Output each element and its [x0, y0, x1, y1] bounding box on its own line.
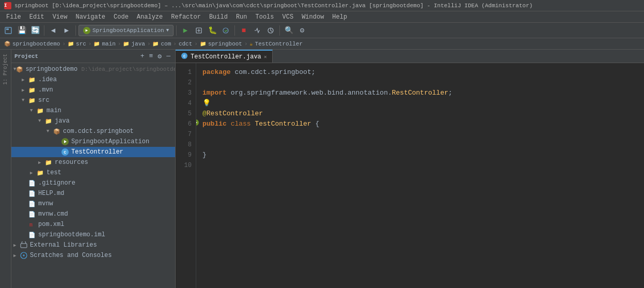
settings-btn[interactable]: ⚙ [296, 24, 308, 37]
project-stripe-label: 1: Project [3, 50, 8, 89]
menu-refactor[interactable]: Refactor [167, 11, 205, 22]
tree-item-springbootapp[interactable]: ▶ SpringbootApplication [11, 137, 175, 147]
tree-item-mvn[interactable]: ▶ 📁 .mvn [11, 85, 175, 95]
tree-label-springbootdemo: springbootdemo D:\idea_project\springboo… [25, 66, 175, 73]
menu-navigate[interactable]: Navigate [71, 11, 109, 22]
toolbar-back-btn[interactable]: ◀ [47, 24, 59, 37]
svg-text:C: C [183, 54, 185, 58]
menu-edit[interactable]: Edit [25, 11, 49, 22]
tab-bar: C TestController.java ✕ [176, 50, 644, 63]
toolbar-project-icon[interactable] [2, 24, 14, 37]
breadcrumb-cdct[interactable]: cdct [179, 41, 192, 47]
tree-item-package[interactable]: ▼ 📦 com.cdct.springboot [11, 126, 175, 137]
tree-item-external-libs[interactable]: ▶ External Libraries [11, 240, 175, 250]
search-btn[interactable]: 🔍 [282, 24, 295, 37]
tree-label-src: src [38, 97, 50, 104]
tree-label-main: main [46, 107, 61, 114]
breadcrumb-src[interactable]: src [76, 41, 86, 47]
breadcrumb-springboot[interactable]: springboot [208, 41, 242, 47]
tree-label-external-libs: External Libraries [30, 241, 97, 249]
tree-item-mvnw[interactable]: ▶ 📄 mvnw [11, 199, 175, 209]
tree-label-pom: pom.xml [38, 221, 64, 228]
tree-item-idea[interactable]: ▶ 📁 .idea [11, 74, 175, 85]
lightbulb-icon: 💡 [202, 98, 211, 109]
tree-arrow: ▼ [46, 129, 53, 134]
run-configuration[interactable]: ▶ SpringbootApplication ▼ [78, 25, 174, 36]
tree-item-mvnw-cmd[interactable]: ▶ 📄 mvnw.cmd [11, 209, 175, 219]
breadcrumb-testcontroller[interactable]: TestController [255, 41, 303, 47]
toolbar-sync-btn[interactable]: 🔄 [29, 24, 41, 37]
menu-help[interactable]: Help [328, 11, 351, 22]
tree-item-iml[interactable]: ▶ 📄 springbootdemo.iml [11, 230, 175, 240]
folder-icon-src: 📁 [28, 96, 36, 104]
tree-item-pom[interactable]: ▶ m pom.xml [11, 219, 175, 230]
code-content[interactable]: package com.cdct.springboot; import org.… [196, 63, 644, 288]
menu-build[interactable]: Build [205, 11, 232, 22]
tree-item-springbootdemo[interactable]: ▼ 📦 springbootdemo D:\idea_project\sprin… [11, 64, 175, 74]
toolbar-btn-6[interactable] [264, 24, 277, 37]
md-icon: 📄 [28, 189, 36, 198]
project-stripe[interactable]: 1: Project [0, 50, 11, 288]
tree-item-main[interactable]: ▼ 📁 main [11, 105, 175, 116]
menu-view[interactable]: View [49, 11, 72, 22]
tree-label-scratches: Scratches and Consoles [30, 252, 112, 259]
minimize-btn[interactable]: — [165, 52, 172, 61]
code-line-8 [202, 140, 638, 150]
tree-label-mvnw-cmd: mvnw.cmd [38, 210, 68, 218]
menu-code[interactable]: Code [109, 11, 133, 22]
main-layout: 1: Project Project + ≡ ⚙ — ▼ 📦 [0, 50, 644, 288]
menu-tools[interactable]: Tools [252, 11, 278, 22]
svg-text:C: C [64, 150, 67, 155]
expand-btn[interactable]: ≡ [148, 52, 155, 61]
code-line-7 [202, 129, 638, 140]
tree-item-test[interactable]: ▶ 📁 test [11, 168, 175, 178]
tree-item-testcontroller[interactable]: ▶ C TestController [11, 147, 175, 157]
run-btn[interactable]: ▶ [179, 24, 192, 37]
toolbar-sep-4 [234, 25, 235, 36]
maven-icon: m [28, 220, 36, 229]
menu-analyze[interactable]: Analyze [133, 11, 167, 22]
tree-item-java[interactable]: ▼ 📁 java [11, 116, 175, 126]
breadcrumb-java[interactable]: java [131, 41, 145, 47]
code-line-9: } [202, 150, 638, 160]
tree-item-gitignore[interactable]: ▶ 📄 .gitignore [11, 178, 175, 188]
run-gutter-icon[interactable] [196, 119, 199, 130]
cmd-icon: 📄 [28, 210, 36, 218]
java-file-icon: C [61, 148, 69, 156]
toolbar-forward-btn[interactable]: ▶ [60, 24, 73, 37]
tree-item-scratches[interactable]: ▶ Scratches and Consoles [11, 250, 175, 261]
breadcrumb-main[interactable]: main [102, 41, 115, 47]
tree-arrow: ▶ [38, 160, 44, 165]
gitignore-icon: 📄 [28, 179, 36, 187]
menu-file[interactable]: File [2, 11, 25, 22]
folder-icon-main: 📁 [93, 41, 100, 47]
tree-item-resources[interactable]: ▶ 📁 resources [11, 157, 175, 168]
stop-btn[interactable]: ■ [238, 24, 250, 37]
debug-btn[interactable]: 🐛 [206, 24, 218, 37]
toolbar-save-btn[interactable]: 💾 [15, 24, 28, 37]
folder-icon-test: 📁 [36, 169, 44, 177]
folder-icon-resources: 📁 [44, 158, 53, 166]
java-main-icon [61, 138, 69, 146]
add-btn[interactable]: + [139, 52, 146, 61]
tab-java-icon: C [181, 52, 188, 62]
libs-icon [20, 241, 28, 249]
breadcrumb-springbootdemo[interactable]: springbootdemo [12, 41, 60, 47]
run-config-dropdown-icon[interactable]: ▼ [166, 28, 169, 33]
toolbar-btn-5[interactable] [251, 24, 263, 37]
tree-item-help[interactable]: ▶ 📄 HELP.md [11, 188, 175, 199]
tree-label-mvn: .mvn [38, 86, 53, 94]
svg-rect-1 [6, 28, 9, 30]
menu-window[interactable]: Window [297, 11, 328, 22]
tab-testcontroller[interactable]: C TestController.java ✕ [176, 50, 273, 63]
run-coverage-btn[interactable] [219, 24, 232, 37]
module-icon: 📦 [4, 41, 10, 47]
code-editor[interactable]: 1 2 3 4 5 6 7 8 9 10 package com.cdct.sp… [176, 63, 644, 288]
breadcrumb-com[interactable]: com [161, 41, 171, 47]
build-btn[interactable] [193, 24, 205, 37]
tree-item-src[interactable]: ▼ 📁 src [11, 95, 175, 105]
settings-panel-btn[interactable]: ⚙ [156, 52, 163, 61]
menu-vcs[interactable]: VCS [278, 11, 298, 22]
tab-close-btn[interactable]: ✕ [264, 54, 267, 60]
menu-run[interactable]: Run [232, 11, 252, 22]
